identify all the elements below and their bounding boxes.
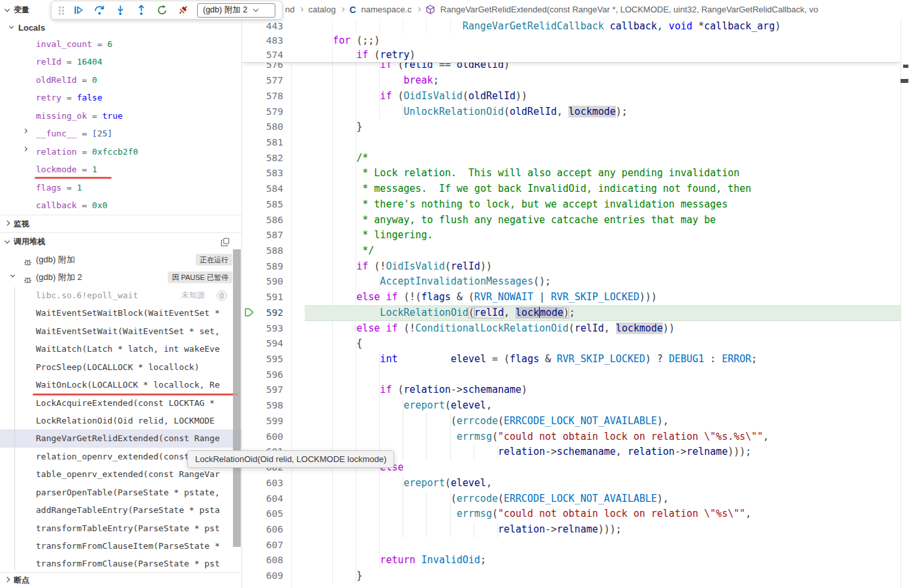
glyph-margin[interactable] <box>243 322 263 335</box>
glyph-margin[interactable] <box>243 353 263 366</box>
code-line[interactable]: 580} <box>242 119 901 135</box>
code-line[interactable]: 581 <box>242 135 901 151</box>
variable-row[interactable]: relId = 16404 <box>0 53 241 70</box>
glyph-margin[interactable] <box>243 214 263 227</box>
stack-frame-row[interactable]: table_openrv_extended(const RangeVar <box>0 465 241 483</box>
glyph-margin[interactable] <box>243 508 263 521</box>
code-line[interactable]: 599(errcode(ERRCODE_LOCK_NOT_AVAILABLE), <box>242 414 901 429</box>
code-line[interactable]: 577break; <box>242 73 901 89</box>
code-line[interactable]: 597if (relation->schemaname) <box>242 382 901 398</box>
glyph-margin[interactable] <box>243 35 263 48</box>
glyph-margin[interactable] <box>243 106 263 119</box>
glyph-margin[interactable] <box>243 183 263 196</box>
chevron-right-icon[interactable] <box>23 147 27 151</box>
code-line[interactable]: 584* messages. If we got back InvalidOid… <box>242 181 901 197</box>
glyph-margin[interactable] <box>243 275 263 288</box>
stack-frame-row[interactable]: WaitLatch(Latch * latch, int wakeEve <box>0 340 241 358</box>
step-over-button[interactable] <box>93 4 106 17</box>
code-line[interactable]: 608return InvalidOid; <box>242 553 901 568</box>
variable-row[interactable]: callback = 0x0 <box>0 196 241 214</box>
code-line[interactable]: 609} <box>242 568 901 584</box>
glyph-margin[interactable] <box>243 49 263 62</box>
code-line[interactable]: 606relation->relname))); <box>242 522 901 538</box>
restart-button[interactable] <box>155 4 168 17</box>
glyph-margin[interactable] <box>243 121 263 134</box>
variable-row[interactable]: relation = 0xfccb2f0 <box>0 143 241 161</box>
variable-row[interactable]: flags = 1 <box>0 179 241 196</box>
code-line[interactable]: 589if (!OidIsValid(relId)) <box>242 259 901 275</box>
glyph-margin[interactable] <box>243 74 263 87</box>
code-line[interactable]: 596 <box>242 367 901 383</box>
code-line[interactable]: 590AcceptInvalidationMessages(); <box>242 274 901 290</box>
glyph-margin[interactable] <box>243 198 263 211</box>
debug-session-selector[interactable]: (gdb) 附加 2 <box>197 3 275 18</box>
glyph-margin[interactable] <box>243 369 263 382</box>
stack-frame-row[interactable]: WaitOnLock(LOCALLOCK * locallock, Re <box>0 376 241 394</box>
code-line[interactable]: 600errmsg("could not obtain lock on rela… <box>242 429 901 445</box>
stack-frame-row[interactable]: LockRelationOid(Oid relid, LOCKMODE <box>0 412 241 429</box>
debug-thread-row[interactable]: (gdb) 附加正在运行 <box>0 251 241 268</box>
stack-frame-row[interactable]: parserOpenTable(ParseState * pstate, <box>0 484 241 501</box>
glyph-margin[interactable] <box>243 90 263 103</box>
glyph-margin[interactable] <box>243 399 263 412</box>
code-line[interactable]: 588*/ <box>242 243 901 259</box>
continue-button[interactable] <box>72 4 85 17</box>
glyph-margin[interactable] <box>243 245 263 258</box>
glyph-margin[interactable] <box>243 570 263 583</box>
variable-row[interactable]: lockmode = 1 <box>0 161 241 178</box>
variable-row[interactable]: oldRelId = 0 <box>0 71 241 89</box>
code-line[interactable]: 593else if (!ConditionalLockRelationOid(… <box>242 321 901 337</box>
breadcrumb-folder[interactable]: nd <box>285 5 294 14</box>
stack-frame-row[interactable]: transformFromClause(ParseState * pst <box>0 555 241 572</box>
gripper-icon[interactable] <box>58 6 64 14</box>
code-line[interactable]: 605errmsg("could not obtain lock on rela… <box>242 506 901 522</box>
sticky-code-line[interactable]: 574if (retry) <box>242 48 901 62</box>
code-line[interactable]: 582/* <box>242 151 901 166</box>
glyph-margin[interactable] <box>243 539 263 552</box>
code-line[interactable]: 586* anyway, to flush any negative catca… <box>242 213 901 228</box>
chevron-right-icon[interactable] <box>23 129 27 133</box>
locals-scope-row[interactable]: Locals <box>0 20 241 35</box>
glyph-margin[interactable] <box>243 415 263 428</box>
variable-row[interactable]: inval_count = 6 <box>0 35 241 53</box>
code-line[interactable]: 591else if (!(flags & (RVR_NOWAIT | RVR_… <box>242 290 901 305</box>
section-header-watch[interactable]: 监视 <box>0 215 241 232</box>
variable-row[interactable]: retry = false <box>0 89 241 106</box>
glyph-margin[interactable] <box>243 260 263 273</box>
step-into-button[interactable] <box>114 4 127 17</box>
stack-frame-row[interactable]: LockAcquireExtended(const LOCKTAG * <box>0 394 241 412</box>
code-line[interactable]: 603ereport(elevel, <box>242 476 901 491</box>
glyph-margin[interactable] <box>243 167 263 180</box>
glyph-margin[interactable] <box>243 136 263 149</box>
code-line[interactable]: 578if (OidIsValid(oldRelId)) <box>242 89 901 104</box>
stack-frame-row[interactable]: ProcSleep(LOCALLOCK * locallock) <box>0 358 241 376</box>
stack-frame-row[interactable]: transformFromClauseItem(ParseState * <box>0 537 241 555</box>
code-line[interactable]: 598ereport(elevel, <box>242 398 901 414</box>
sidebar-scrollbar[interactable] <box>233 249 241 547</box>
breadcrumb-symbol[interactable]: RangeVarGetRelidExtended(const RangeVar … <box>440 5 909 14</box>
overview-ruler[interactable] <box>901 19 909 588</box>
code-line[interactable]: 594{ <box>242 336 901 352</box>
step-out-button[interactable] <box>134 4 147 17</box>
stack-frame-row[interactable]: WaitEventSetWait(WaitEventSet * set, <box>0 322 241 340</box>
code-line[interactable]: 610 <box>242 584 901 588</box>
collapse-all-icon[interactable] <box>221 238 230 249</box>
disconnect-button[interactable] <box>176 4 189 17</box>
code-line[interactable]: 583* Lock relation. This will also accep… <box>242 166 901 181</box>
breadcrumb-file[interactable]: namespace.c <box>362 5 412 14</box>
glyph-margin[interactable] <box>243 523 263 536</box>
glyph-margin[interactable] <box>243 477 263 490</box>
glyph-margin[interactable] <box>243 493 263 506</box>
glyph-margin[interactable] <box>243 554 263 567</box>
code-line[interactable]: 592LockRelationOid(relId, lockmode); <box>242 305 901 321</box>
sticky-code-line[interactable]: 483for (;;) <box>242 33 901 48</box>
breadcrumb-folder[interactable]: catalog <box>308 5 335 14</box>
debug-thread-row[interactable]: (gdb) 附加 2因 PAUSE 已暂停 <box>0 268 241 286</box>
glyph-margin[interactable] <box>243 384 263 397</box>
code-line[interactable]: 607 <box>242 538 901 553</box>
glyph-margin[interactable] <box>243 20 263 33</box>
code-line[interactable]: 595int elevel = (flags & RVR_SKIP_LOCKED… <box>242 352 901 367</box>
section-header-callstack[interactable]: 调用堆栈 <box>0 232 241 251</box>
code-line[interactable]: 587* lingering. <box>242 228 901 243</box>
code-line[interactable]: 585* there's nothing to lock, but we acc… <box>242 197 901 213</box>
